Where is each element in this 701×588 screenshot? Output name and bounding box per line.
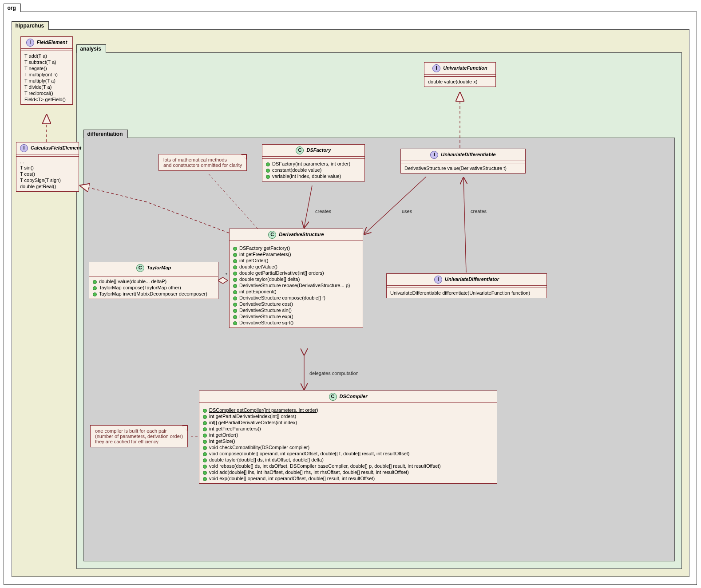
package-tab-org: org <box>4 4 21 9</box>
connectors-layer <box>0 0 701 9</box>
